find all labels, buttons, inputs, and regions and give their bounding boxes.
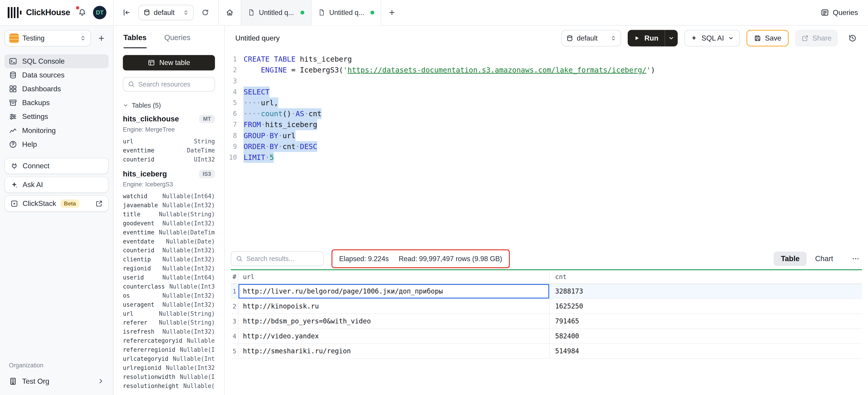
cnt-cell[interactable]: 3288173 xyxy=(549,284,862,299)
column-header-url[interactable]: url xyxy=(238,270,549,284)
editor-line[interactable]: 4SELECT xyxy=(228,86,868,97)
editor-database-selector[interactable]: default xyxy=(561,30,621,47)
query-history-button[interactable] xyxy=(844,30,861,47)
url-cell[interactable]: http://video.yandex xyxy=(238,329,549,343)
editor-line[interactable]: 8GROUP·BY·url xyxy=(228,130,868,141)
clickstack-button[interactable]: ClickStack Beta xyxy=(4,195,108,211)
result-row[interactable]: 5http://smeshariki.ru/region514984 xyxy=(231,344,862,359)
refresh-button[interactable] xyxy=(199,6,212,19)
sidebar-item-monitoring[interactable]: Monitoring xyxy=(4,124,108,138)
url-cell[interactable]: http://liver.ru/belgorod/page/1006.jки/д… xyxy=(238,284,549,299)
save-button[interactable]: Save xyxy=(746,30,788,47)
search-resources-input[interactable] xyxy=(138,80,210,88)
cnt-cell[interactable]: 1625250 xyxy=(549,299,862,313)
connect-button[interactable]: Connect xyxy=(4,158,108,174)
column-name: url xyxy=(123,309,133,318)
line-text: GROUP·BY·url xyxy=(244,130,296,141)
column-type: Nullable(String) xyxy=(159,318,215,327)
table-name-row[interactable]: hits_iceberg IS3 xyxy=(114,170,224,178)
column-name: urlcategoryid xyxy=(123,355,168,364)
query-tab-2[interactable]: Untitled q... xyxy=(311,0,381,25)
line-text: ORDER·BY·cnt·DESC xyxy=(244,141,317,152)
building-icon xyxy=(9,377,17,386)
resources-tabs: Tables Queries xyxy=(114,26,224,49)
cnt-cell[interactable]: 582400 xyxy=(549,329,862,343)
url-cell[interactable]: http://bdsm_po_yers=0&with_video xyxy=(238,314,549,329)
run-options-button[interactable] xyxy=(664,30,678,47)
url-cell[interactable]: http://smeshariki.ru/region xyxy=(238,344,549,358)
column-header-index[interactable]: # xyxy=(231,270,238,284)
editor-line[interactable]: 1CREATE TABLE hits_iceberg xyxy=(228,54,868,64)
sidebar-item-help[interactable]: Help xyxy=(4,138,108,151)
resources-panel: Tables Queries New table Tables (5) hits… xyxy=(114,26,225,395)
column-type: Nullable(Int32) xyxy=(162,327,215,336)
sql-editor[interactable]: 1CREATE TABLE hits_iceberg2 ENGINE = Ice… xyxy=(225,51,868,248)
brand-title: ClickHouse xyxy=(26,8,70,17)
schema-column-row: regionidNullable(Int32) xyxy=(114,264,224,273)
database-selector[interactable]: default xyxy=(138,5,194,20)
column-type: Nullable(Int32) xyxy=(162,264,215,273)
tab-queries[interactable]: Queries xyxy=(164,33,190,48)
query-tab-1[interactable]: Untitled q... xyxy=(241,0,311,25)
result-row[interactable]: 3http://bdsm_po_yers=0&with_video791465 xyxy=(231,314,862,329)
line-text: LIMIT·5 xyxy=(244,152,274,163)
editor-line[interactable]: 5····url, xyxy=(228,97,868,108)
sliders-icon xyxy=(9,113,17,121)
results-more-button[interactable] xyxy=(849,252,862,265)
sidebar-item-settings[interactable]: Settings xyxy=(4,110,108,123)
sidebar-item-sql-console[interactable]: SQL Console xyxy=(4,54,108,68)
cnt-cell[interactable]: 514984 xyxy=(549,344,862,358)
column-name: resolutionheight xyxy=(123,382,179,391)
chevron-down-icon xyxy=(728,35,734,41)
add-service-button[interactable] xyxy=(94,31,108,46)
new-table-button[interactable]: New table xyxy=(123,55,215,70)
column-header-cnt[interactable]: cnt xyxy=(549,270,862,284)
org-selector[interactable]: Testing xyxy=(4,30,91,47)
editor-line[interactable]: 3 xyxy=(228,76,868,86)
schema-column-row: referercategoryidNullable(I xyxy=(114,336,224,345)
share-button[interactable]: Share xyxy=(795,30,838,47)
result-row[interactable]: 1http://liver.ru/belgorod/page/1006.jки/… xyxy=(231,284,862,299)
result-row[interactable]: 2http://kinopoisk.ru1625250 xyxy=(231,299,862,314)
avatar[interactable]: DT xyxy=(93,6,106,19)
search-results-input[interactable] xyxy=(246,255,319,262)
result-row[interactable]: 4http://video.yandex582400 xyxy=(231,329,862,344)
sidebar-item-data-sources[interactable]: Data sources xyxy=(4,68,108,82)
sidebar-item-backups[interactable]: Backups xyxy=(4,96,108,110)
column-type: Nullable(Int32) xyxy=(169,282,215,291)
run-button[interactable]: Run xyxy=(628,30,664,47)
org-name: Test Org xyxy=(22,377,49,386)
clickstack-label: ClickStack xyxy=(23,199,56,208)
schema-column-row: titleNullable(String) xyxy=(114,210,224,219)
sidebar-item-dashboards[interactable]: Dashboards xyxy=(4,82,108,96)
url-cell[interactable]: http://kinopoisk.ru xyxy=(238,299,549,313)
editor-line[interactable]: 9ORDER·BY·cnt·DESC xyxy=(228,141,868,152)
tables-group-header[interactable]: Tables (5) xyxy=(123,102,215,109)
tab-tables[interactable]: Tables xyxy=(124,33,147,48)
editor-line[interactable]: 2 ENGINE = IcebergS3('https://datasets-d… xyxy=(228,64,868,76)
editor-line[interactable]: 10LIMIT·5 xyxy=(228,152,868,163)
collapse-panel-button[interactable] xyxy=(120,6,133,19)
sql-ai-button[interactable]: SQL AI xyxy=(684,30,740,47)
save-label: Save xyxy=(765,34,781,43)
view-toggle-table[interactable]: Table xyxy=(774,252,807,266)
editor-line[interactable]: 7FROM·hits_iceberg xyxy=(228,119,868,130)
table-name-row[interactable]: hits_clickhouse MT xyxy=(114,115,224,123)
table-name: hits_clickhouse xyxy=(123,115,179,123)
queries-button[interactable]: Queries xyxy=(821,8,858,17)
line-number: 6 xyxy=(228,108,237,119)
home-button[interactable] xyxy=(219,0,241,25)
notifications-button[interactable] xyxy=(76,6,89,19)
column-name: referercategoryid xyxy=(123,336,182,345)
schema-column-row: watchidNullable(Int64) xyxy=(114,192,224,201)
cnt-cell[interactable]: 791465 xyxy=(549,314,862,329)
editor-database-value: default xyxy=(577,34,598,42)
org-test-org-item[interactable]: Test Org xyxy=(0,374,113,389)
new-tab-button[interactable] xyxy=(386,6,398,19)
view-toggle-chart[interactable]: Chart xyxy=(808,252,840,266)
column-name: userid xyxy=(123,273,144,282)
editor-line[interactable]: 6····count()·AS·cnt xyxy=(228,108,868,119)
sidebar-item-label: Settings xyxy=(22,112,48,121)
ask-ai-button[interactable]: Ask AI xyxy=(4,177,108,193)
chevron-down-icon xyxy=(123,103,128,108)
